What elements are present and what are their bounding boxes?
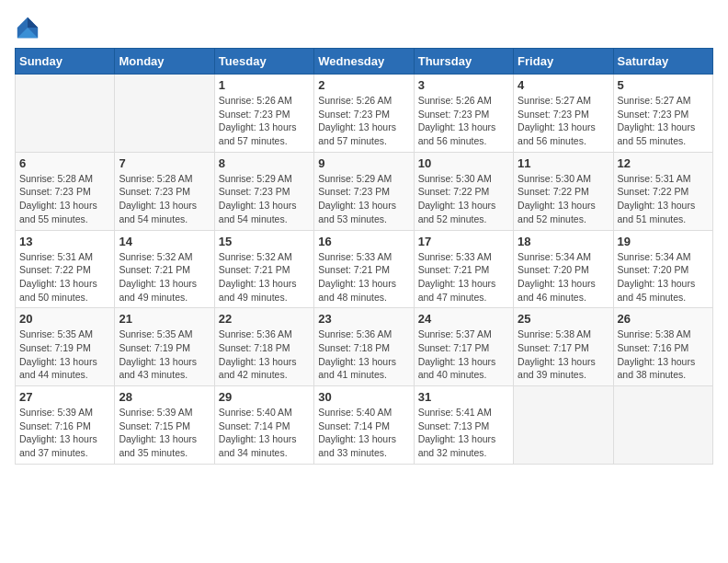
day-info: Sunrise: 5:36 AM Sunset: 7:18 PM Dayligh… <box>219 327 310 382</box>
day-info: Sunrise: 5:28 AM Sunset: 7:23 PM Dayligh… <box>119 172 210 226</box>
day-number: 29 <box>219 390 310 404</box>
calendar-cell: 4Sunrise: 5:27 AM Sunset: 7:23 PM Daylig… <box>514 75 613 153</box>
day-info: Sunrise: 5:34 AM Sunset: 7:20 PM Dayligh… <box>618 250 709 304</box>
day-number: 23 <box>318 312 409 326</box>
calendar-cell: 26Sunrise: 5:38 AM Sunset: 7:16 PM Dayli… <box>613 308 712 386</box>
day-number: 9 <box>318 156 409 170</box>
calendar-cell: 2Sunrise: 5:26 AM Sunset: 7:23 PM Daylig… <box>314 75 414 153</box>
day-number: 28 <box>119 390 210 404</box>
weekday-header: Thursday <box>414 49 513 75</box>
weekday-header: Monday <box>115 49 214 75</box>
day-info: Sunrise: 5:38 AM Sunset: 7:17 PM Dayligh… <box>518 327 609 382</box>
day-number: 20 <box>19 312 110 326</box>
calendar-cell: 24Sunrise: 5:37 AM Sunset: 7:17 PM Dayli… <box>414 308 513 386</box>
calendar-week-row: 27Sunrise: 5:39 AM Sunset: 7:16 PM Dayli… <box>16 386 713 465</box>
calendar-cell: 29Sunrise: 5:40 AM Sunset: 7:14 PM Dayli… <box>214 386 313 465</box>
calendar-cell: 11Sunrise: 5:30 AM Sunset: 7:22 PM Dayli… <box>514 152 613 230</box>
calendar-cell: 31Sunrise: 5:41 AM Sunset: 7:13 PM Dayli… <box>414 386 513 465</box>
calendar-cell: 23Sunrise: 5:36 AM Sunset: 7:18 PM Dayli… <box>314 308 414 386</box>
day-info: Sunrise: 5:31 AM Sunset: 7:22 PM Dayligh… <box>19 250 110 304</box>
day-info: Sunrise: 5:36 AM Sunset: 7:18 PM Dayligh… <box>318 327 409 382</box>
day-info: Sunrise: 5:27 AM Sunset: 7:23 PM Dayligh… <box>618 94 709 148</box>
day-number: 21 <box>119 312 210 326</box>
day-number: 10 <box>418 156 509 170</box>
calendar-cell: 9Sunrise: 5:29 AM Sunset: 7:23 PM Daylig… <box>314 152 414 230</box>
day-number: 6 <box>19 156 110 170</box>
day-info: Sunrise: 5:40 AM Sunset: 7:14 PM Dayligh… <box>219 406 310 460</box>
day-info: Sunrise: 5:34 AM Sunset: 7:20 PM Dayligh… <box>518 250 609 304</box>
calendar-cell: 22Sunrise: 5:36 AM Sunset: 7:18 PM Dayli… <box>214 308 313 386</box>
calendar-week-row: 13Sunrise: 5:31 AM Sunset: 7:22 PM Dayli… <box>16 230 713 308</box>
day-number: 15 <box>219 235 310 248</box>
day-number: 2 <box>318 78 409 92</box>
day-number: 26 <box>618 312 709 326</box>
day-info: Sunrise: 5:31 AM Sunset: 7:22 PM Dayligh… <box>618 172 709 226</box>
day-info: Sunrise: 5:32 AM Sunset: 7:21 PM Dayligh… <box>219 250 310 304</box>
calendar-cell: 14Sunrise: 5:32 AM Sunset: 7:21 PM Dayli… <box>115 230 214 308</box>
calendar-cell: 5Sunrise: 5:27 AM Sunset: 7:23 PM Daylig… <box>613 75 712 153</box>
day-info: Sunrise: 5:35 AM Sunset: 7:19 PM Dayligh… <box>119 327 210 382</box>
calendar-week-row: 1Sunrise: 5:26 AM Sunset: 7:23 PM Daylig… <box>16 75 713 153</box>
calendar-cell: 13Sunrise: 5:31 AM Sunset: 7:22 PM Dayli… <box>16 230 115 308</box>
day-number: 18 <box>518 235 609 248</box>
day-info: Sunrise: 5:40 AM Sunset: 7:14 PM Dayligh… <box>318 406 409 460</box>
day-info: Sunrise: 5:37 AM Sunset: 7:17 PM Dayligh… <box>418 327 509 382</box>
day-number: 22 <box>219 312 310 326</box>
calendar-cell: 21Sunrise: 5:35 AM Sunset: 7:19 PM Dayli… <box>115 308 214 386</box>
calendar-cell: 15Sunrise: 5:32 AM Sunset: 7:21 PM Dayli… <box>214 230 313 308</box>
day-info: Sunrise: 5:35 AM Sunset: 7:19 PM Dayligh… <box>19 327 110 382</box>
day-number: 19 <box>618 235 709 248</box>
day-info: Sunrise: 5:38 AM Sunset: 7:16 PM Dayligh… <box>618 327 709 382</box>
weekday-header: Friday <box>514 49 613 75</box>
day-number: 14 <box>119 235 210 248</box>
day-number: 11 <box>518 156 609 170</box>
day-info: Sunrise: 5:26 AM Sunset: 7:23 PM Dayligh… <box>318 94 409 148</box>
day-info: Sunrise: 5:32 AM Sunset: 7:21 PM Dayligh… <box>119 250 210 304</box>
day-number: 16 <box>318 235 409 248</box>
calendar-cell: 19Sunrise: 5:34 AM Sunset: 7:20 PM Dayli… <box>613 230 712 308</box>
calendar-header-row: SundayMondayTuesdayWednesdayThursdayFrid… <box>16 49 713 75</box>
calendar-cell: 8Sunrise: 5:29 AM Sunset: 7:23 PM Daylig… <box>214 152 313 230</box>
day-number: 13 <box>19 235 110 248</box>
svg-marker-1 <box>28 17 38 28</box>
calendar-cell: 3Sunrise: 5:26 AM Sunset: 7:23 PM Daylig… <box>414 75 513 153</box>
calendar-cell: 20Sunrise: 5:35 AM Sunset: 7:19 PM Dayli… <box>16 308 115 386</box>
calendar-cell: 10Sunrise: 5:30 AM Sunset: 7:22 PM Dayli… <box>414 152 513 230</box>
day-number: 27 <box>19 390 110 404</box>
calendar-week-row: 20Sunrise: 5:35 AM Sunset: 7:19 PM Dayli… <box>16 308 713 386</box>
calendar-cell: 7Sunrise: 5:28 AM Sunset: 7:23 PM Daylig… <box>115 152 214 230</box>
day-info: Sunrise: 5:29 AM Sunset: 7:23 PM Dayligh… <box>318 172 409 226</box>
day-number: 4 <box>518 78 609 92</box>
day-info: Sunrise: 5:28 AM Sunset: 7:23 PM Dayligh… <box>19 172 110 226</box>
day-info: Sunrise: 5:26 AM Sunset: 7:23 PM Dayligh… <box>219 94 310 148</box>
calendar-cell: 25Sunrise: 5:38 AM Sunset: 7:17 PM Dayli… <box>514 308 613 386</box>
day-number: 30 <box>318 390 409 404</box>
day-info: Sunrise: 5:39 AM Sunset: 7:16 PM Dayligh… <box>19 406 110 460</box>
day-number: 17 <box>418 235 509 248</box>
day-info: Sunrise: 5:39 AM Sunset: 7:15 PM Dayligh… <box>119 406 210 460</box>
weekday-header: Wednesday <box>314 49 414 75</box>
calendar-cell: 16Sunrise: 5:33 AM Sunset: 7:21 PM Dayli… <box>314 230 414 308</box>
weekday-header: Saturday <box>613 49 712 75</box>
calendar-cell: 18Sunrise: 5:34 AM Sunset: 7:20 PM Dayli… <box>514 230 613 308</box>
logo-icon <box>15 15 40 40</box>
calendar-table: SundayMondayTuesdayWednesdayThursdayFrid… <box>15 48 713 465</box>
day-number: 7 <box>119 156 210 170</box>
calendar-week-row: 6Sunrise: 5:28 AM Sunset: 7:23 PM Daylig… <box>16 152 713 230</box>
page-header <box>15 15 713 40</box>
weekday-header: Tuesday <box>214 49 313 75</box>
day-info: Sunrise: 5:33 AM Sunset: 7:21 PM Dayligh… <box>318 250 409 304</box>
day-number: 31 <box>418 390 509 404</box>
calendar-cell <box>514 386 613 465</box>
calendar-cell: 27Sunrise: 5:39 AM Sunset: 7:16 PM Dayli… <box>16 386 115 465</box>
day-number: 3 <box>418 78 509 92</box>
calendar-cell <box>613 386 712 465</box>
day-info: Sunrise: 5:33 AM Sunset: 7:21 PM Dayligh… <box>418 250 509 304</box>
calendar-cell: 28Sunrise: 5:39 AM Sunset: 7:15 PM Dayli… <box>115 386 214 465</box>
day-info: Sunrise: 5:27 AM Sunset: 7:23 PM Dayligh… <box>518 94 609 148</box>
day-number: 24 <box>418 312 509 326</box>
calendar-cell <box>115 75 214 153</box>
day-info: Sunrise: 5:26 AM Sunset: 7:23 PM Dayligh… <box>418 94 509 148</box>
day-info: Sunrise: 5:30 AM Sunset: 7:22 PM Dayligh… <box>518 172 609 226</box>
day-info: Sunrise: 5:41 AM Sunset: 7:13 PM Dayligh… <box>418 406 509 460</box>
